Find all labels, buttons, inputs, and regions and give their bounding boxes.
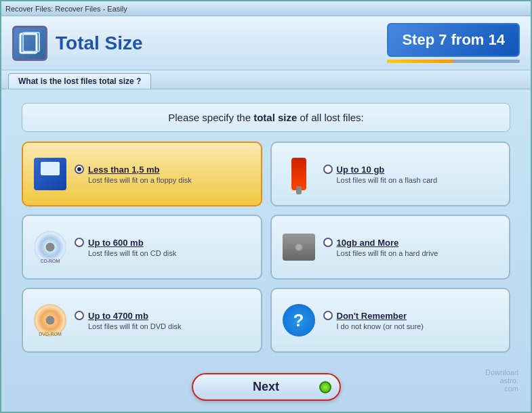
floppy-icon bbox=[34, 158, 66, 190]
radio-flash[interactable] bbox=[323, 165, 333, 174]
option-hdd-sublabel: Lost files will fit on a hard drive bbox=[337, 249, 438, 257]
instruction-suffix: of all lost files: bbox=[297, 112, 363, 123]
option-flash-text: Up to 10 gb Lost files will fit on a fla… bbox=[323, 165, 438, 184]
option-flash-sublabel: Lost files will fit on a flash card bbox=[337, 176, 438, 184]
hdd-icon-container bbox=[281, 230, 316, 265]
instruction-box: Please specify the total size of all los… bbox=[22, 103, 510, 132]
option-flash-label: Up to 10 gb bbox=[337, 165, 385, 175]
watermark-line2: astro. bbox=[485, 376, 518, 385]
option-dvd-sublabel: Lost files will fit on DVD disk bbox=[88, 322, 182, 330]
content-area: Please specify the total size of all los… bbox=[1, 89, 531, 366]
tab-bar: What is the lost files total size ? bbox=[1, 70, 531, 89]
window-title: Recover Files: Recover Files - Easily bbox=[5, 5, 127, 13]
option-floppy[interactable]: Less than 1,5 mb Lost files will fit on … bbox=[22, 142, 262, 206]
option-floppy-label-row: Less than 1,5 mb bbox=[75, 165, 192, 175]
option-floppy-sublabel: Lost files will fit on a floppy disk bbox=[88, 176, 192, 184]
step-badge-container: Step 7 from 14 bbox=[387, 23, 520, 63]
floppy-icon-container bbox=[33, 156, 68, 192]
question-icon-container: ? bbox=[281, 303, 316, 338]
watermark-line3: com bbox=[485, 385, 518, 393]
option-dvd-label-row: Up to 4700 mb bbox=[75, 311, 182, 321]
step-progress-fill bbox=[387, 60, 453, 63]
option-dvd-text: Up to 4700 mb Lost files will fit on DVD… bbox=[75, 311, 182, 330]
app-icon bbox=[12, 26, 47, 61]
next-indicator bbox=[319, 381, 331, 393]
title-bar: Recover Files: Recover Files - Easily bbox=[1, 1, 531, 16]
watermark-line1: Download bbox=[485, 368, 518, 376]
question-icon: ? bbox=[283, 304, 315, 336]
flash-icon bbox=[291, 158, 306, 190]
option-flash-label-row: Up to 10 gb bbox=[323, 165, 438, 175]
cd-icon-container: CD-ROM bbox=[33, 230, 68, 265]
footer: Next bbox=[1, 366, 531, 412]
next-button-wrapper: Next bbox=[192, 373, 341, 401]
step-badge: Step 7 from 14 bbox=[387, 23, 520, 57]
instruction-prefix: Please specify the bbox=[168, 112, 253, 123]
option-hdd[interactable]: 10gb and More Lost files will fit on a h… bbox=[270, 215, 511, 280]
step-progress-bar bbox=[387, 60, 520, 63]
option-unknown[interactable]: ? Don't Remember I do not know (or not s… bbox=[270, 288, 511, 353]
option-hdd-label-row: 10gb and More bbox=[323, 238, 438, 248]
options-grid: Less than 1,5 mb Lost files will fit on … bbox=[22, 142, 510, 353]
option-cd-label-row: Up to 600 mb bbox=[75, 238, 176, 248]
window-frame: Recover Files: Recover Files - Easily To… bbox=[0, 0, 532, 413]
instruction-bold: total size bbox=[253, 112, 297, 123]
radio-floppy[interactable] bbox=[75, 165, 84, 174]
option-hdd-label: 10gb and More bbox=[337, 238, 399, 248]
page-title: Total Size bbox=[56, 32, 143, 54]
radio-hdd[interactable] bbox=[323, 238, 333, 247]
header-left: Total Size bbox=[12, 26, 143, 61]
option-cd[interactable]: CD-ROM Up to 600 mb Lost files will fit … bbox=[22, 215, 262, 280]
option-unknown-sublabel: I do not know (or not sure) bbox=[337, 322, 424, 330]
option-cd-text: Up to 600 mb Lost files will fit on CD d… bbox=[75, 238, 176, 257]
dvd-icon-container: DVD-ROM bbox=[33, 303, 68, 338]
option-cd-sublabel: Lost files will fit on CD disk bbox=[88, 249, 176, 257]
option-unknown-label: Don't Remember bbox=[337, 311, 407, 321]
option-floppy-text: Less than 1,5 mb Lost files will fit on … bbox=[75, 165, 192, 184]
radio-cd[interactable] bbox=[75, 238, 84, 247]
option-unknown-text: Don't Remember I do not know (or not sur… bbox=[323, 311, 424, 330]
option-dvd[interactable]: DVD-ROM Up to 4700 mb Lost files will fi… bbox=[22, 288, 262, 353]
next-button[interactable]: Next bbox=[192, 373, 341, 401]
radio-unknown[interactable] bbox=[323, 311, 333, 320]
tab-lost-files-size[interactable]: What is the lost files total size ? bbox=[8, 73, 151, 89]
option-cd-label: Up to 600 mb bbox=[88, 238, 144, 248]
option-unknown-label-row: Don't Remember bbox=[323, 311, 424, 321]
radio-dvd[interactable] bbox=[75, 311, 84, 320]
option-dvd-label: Up to 4700 mb bbox=[88, 311, 148, 321]
header: Total Size Step 7 from 14 bbox=[1, 16, 531, 70]
flash-icon-container bbox=[281, 156, 316, 192]
option-hdd-text: 10gb and More Lost files will fit on a h… bbox=[323, 238, 438, 257]
option-flash[interactable]: Up to 10 gb Lost files will fit on a fla… bbox=[270, 142, 511, 206]
hdd-icon bbox=[283, 234, 315, 261]
option-floppy-label: Less than 1,5 mb bbox=[88, 165, 159, 175]
watermark: Download astro. com bbox=[485, 368, 518, 393]
